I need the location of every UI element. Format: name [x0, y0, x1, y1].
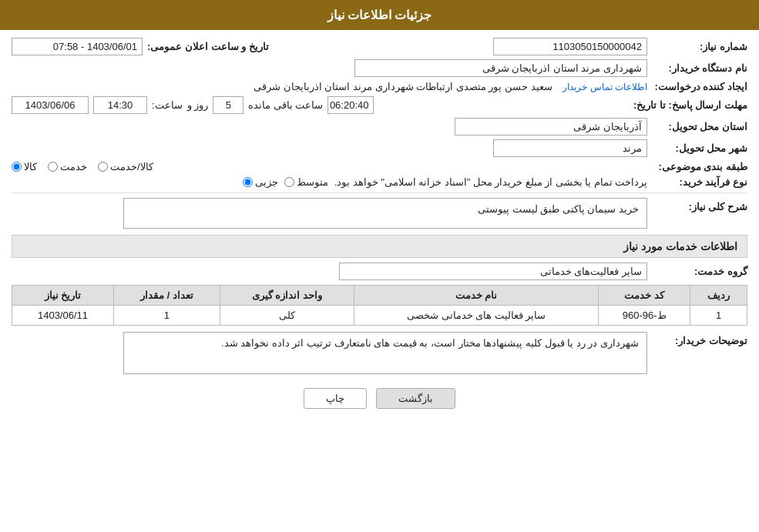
col-row: ردیف [690, 286, 747, 306]
announce-datetime-field: 1403/06/01 - 07:58 [12, 38, 143, 55]
cell-name: سایر فعالیت های خدماتی شخصی [354, 306, 598, 326]
province-value: آذربایجان شرقی [12, 118, 647, 136]
contact-link[interactable]: اطلاعات تماس خریدار [563, 82, 647, 92]
requester-label: نام دستگاه خریدار: [647, 62, 747, 74]
purchase-type-partial[interactable]: جزیی [243, 176, 278, 188]
buyer-notes-label: توضیحات خریدار: [647, 332, 747, 346]
page-header: جزئیات اطلاعات نیاز [0, 0, 759, 30]
services-table-header: ردیف کد خدمت نام خدمت واحد اندازه گیری ت… [12, 286, 747, 306]
category-kala[interactable]: کالا [12, 161, 37, 172]
requester-value: شهرداری مرند استان اذربایجان شرقی [12, 59, 647, 77]
need-number-label: شماره نیاز: [647, 41, 747, 52]
cell-qty: 1 [113, 306, 220, 326]
table-row: 1ط-96-960سایر فعالیت های خدماتی شخصیکلی1… [12, 306, 747, 326]
services-table: ردیف کد خدمت نام خدمت واحد اندازه گیری ت… [12, 285, 747, 326]
creator-row: ایجاد کننده درخواست: اطلاعات تماس خریدار… [12, 81, 747, 92]
category-kala-khidmat-radio[interactable] [98, 162, 108, 172]
category-radio-group: کالا/خدمت خدمت کالا [12, 161, 647, 172]
province-row: استان محل تحویل: آذربایجان شرقی [12, 118, 747, 136]
print-button[interactable]: چاپ [304, 388, 367, 409]
purchase-type-label: نوع فرآیند خرید: [647, 176, 747, 188]
buyer-notes-value: شهرداری در رد یا قبول کلیه پیشنهادها مخت… [12, 332, 647, 374]
service-group-label: گروه خدمت: [647, 266, 747, 277]
category-row: طبقه بندی موضوعی: کالا/خدمت خدمت کالا [12, 161, 747, 172]
city-field: مرند [493, 139, 647, 157]
need-number-field: 1103050150000042 [493, 38, 647, 55]
need-number-value: 1103050150000042 [269, 38, 647, 55]
purchase-type-group: پرداخت تمام یا بخشی از مبلغ خریدار محل "… [12, 176, 647, 188]
need-desc-field: خرید سیمان پاکتی طبق لیست پیوستی [123, 198, 647, 229]
reply-days-label: روز و [187, 99, 209, 111]
reply-date-group: 06:20:40 ساعت باقی مانده 5 روز و ساعت: 1… [12, 96, 629, 114]
col-code: کد خدمت [599, 286, 690, 306]
col-qty: تعداد / مقدار [113, 286, 220, 306]
reply-deadline-row: مهلت ارسال پاسخ: تا تاریخ: 06:20:40 ساعت… [12, 96, 747, 114]
category-label: طبقه بندی موضوعی: [647, 161, 747, 172]
city-row: شهر محل تحویل: مرند [12, 139, 747, 157]
category-kala-khidmat-label: کالا/خدمت [110, 161, 153, 172]
cell-code: ط-96-960 [599, 306, 690, 326]
main-content: شماره نیاز: 1103050150000042 تاریخ و ساع… [0, 30, 759, 424]
need-number-row: شماره نیاز: 1103050150000042 تاریخ و ساع… [12, 38, 747, 55]
purchase-type-partial-radio[interactable] [243, 177, 253, 187]
col-date: تاریخ نیاز [12, 286, 114, 306]
service-group-field: سایر فعالیت‌های خدماتی [339, 263, 647, 280]
buyer-notes-row: توضیحات خریدار: شهرداری در رد یا قبول کل… [12, 332, 747, 374]
category-options: کالا/خدمت خدمت کالا [12, 161, 647, 172]
purchase-type-partial-label: جزیی [255, 176, 278, 188]
requester-field: شهرداری مرند استان اذربایجان شرقی [354, 59, 647, 77]
purchase-type-value: پرداخت تمام یا بخشی از مبلغ خریدار محل "… [12, 176, 647, 188]
service-group-value: سایر فعالیت‌های خدماتی [12, 263, 647, 280]
creator-field: سعید حسن پور متصدی ارتباطات شهرداری مرند… [254, 81, 552, 92]
purchase-type-medium-radio[interactable] [284, 177, 294, 187]
purchase-type-row: نوع فرآیند خرید: پرداخت تمام یا بخشی از … [12, 176, 747, 188]
col-name: نام خدمت [354, 286, 598, 306]
reply-deadline-value: 06:20:40 ساعت باقی مانده 5 روز و ساعت: 1… [12, 96, 629, 114]
button-bar: بازگشت چاپ [12, 379, 747, 417]
creator-label: ایجاد کننده درخواست: [647, 81, 747, 92]
reply-remaining-label: ساعت باقی مانده [248, 99, 323, 111]
cell-date: 1403/06/11 [12, 306, 114, 326]
col-unit: واحد اندازه گیری [220, 286, 354, 306]
need-desc-value: خرید سیمان پاکتی طبق لیست پیوستی [12, 198, 647, 229]
requester-row: نام دستگاه خریدار: شهرداری مرند استان اذ… [12, 59, 747, 77]
reply-time-field: 14:30 [93, 96, 147, 114]
need-desc-row: شرح کلی نیاز: خرید سیمان پاکتی طبق لیست … [12, 198, 747, 229]
announce-datetime-value: 1403/06/01 - 07:58 [12, 38, 143, 55]
announce-datetime-label: تاریخ و ساعت اعلان عمومی: [143, 41, 269, 52]
category-khidmat-radio[interactable] [48, 162, 58, 172]
buyer-notes-field: شهرداری در رد یا قبول کلیه پیشنهادها مخت… [123, 332, 647, 374]
reply-days-field: 5 [213, 96, 243, 114]
category-kala-label: کالا [24, 161, 37, 172]
page-title: جزئیات اطلاعات نیاز [327, 8, 432, 22]
category-kala-radio[interactable] [12, 162, 22, 172]
province-label: استان محل تحویل: [647, 121, 747, 132]
category-khidmat-label: خدمت [60, 161, 87, 172]
cell-row: 1 [690, 306, 747, 326]
back-button[interactable]: بازگشت [376, 388, 455, 409]
reply-time-label: ساعت: [152, 99, 183, 111]
services-section-header: اطلاعات خدمات مورد نیاز [12, 235, 747, 258]
page-container: جزئیات اطلاعات نیاز شماره نیاز: 11030501… [0, 0, 759, 532]
reply-date-field: 1403/06/06 [12, 96, 89, 114]
category-kala-khidmat[interactable]: کالا/خدمت [98, 161, 153, 172]
purchase-type-note: پرداخت تمام یا بخشی از مبلغ خریدار محل "… [334, 176, 647, 188]
services-table-body: 1ط-96-960سایر فعالیت های خدماتی شخصیکلی1… [12, 306, 747, 326]
service-group-row: گروه خدمت: سایر فعالیت‌های خدماتی [12, 263, 747, 280]
creator-value: اطلاعات تماس خریدار سعید حسن پور متصدی ا… [12, 81, 647, 92]
cell-unit: کلی [220, 306, 354, 326]
services-table-header-row: ردیف کد خدمت نام خدمت واحد اندازه گیری ت… [12, 286, 747, 306]
category-khidmat[interactable]: خدمت [48, 161, 87, 172]
province-field: آذربایجان شرقی [455, 118, 647, 136]
city-value: مرند [12, 139, 647, 157]
purchase-type-medium-label: متوسط [297, 176, 328, 188]
need-desc-label: شرح کلی نیاز: [647, 198, 747, 212]
purchase-type-medium[interactable]: متوسط [284, 176, 328, 188]
reply-deadline-label: مهلت ارسال پاسخ: تا تاریخ: [629, 99, 747, 111]
city-label: شهر محل تحویل: [647, 142, 747, 154]
reply-remaining-field: 06:20:40 [327, 96, 374, 114]
divider-1 [12, 192, 747, 193]
